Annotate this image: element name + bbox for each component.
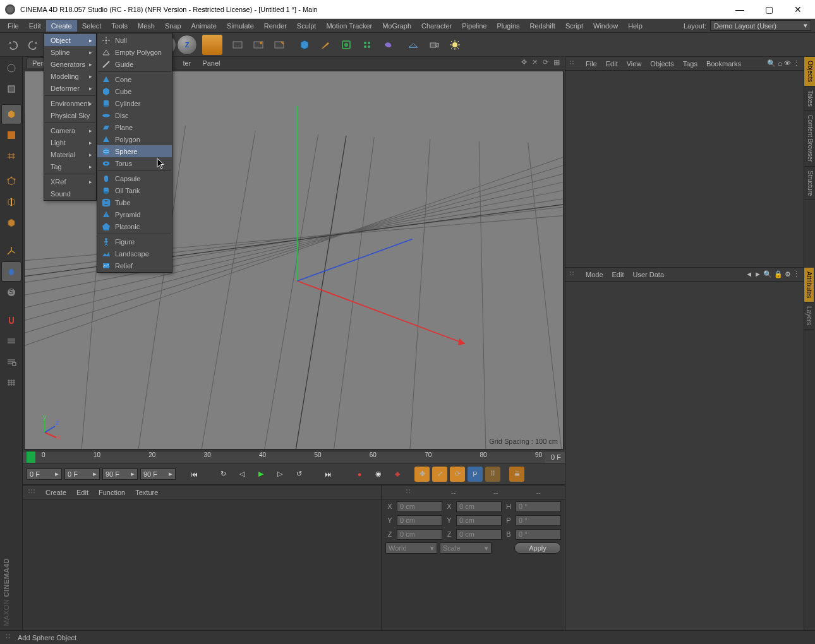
viewport-menu-panel[interactable]: Panel bbox=[197, 59, 225, 67]
render-image-button[interactable] bbox=[227, 35, 248, 55]
frame-start-field[interactable]: 0 F▸ bbox=[27, 468, 62, 480]
autokey-button[interactable]: ◉ bbox=[370, 466, 387, 482]
generator-button[interactable] bbox=[336, 35, 356, 55]
obj-menu-edit[interactable]: Edit bbox=[606, 60, 618, 68]
go-end-button[interactable]: ⏭ bbox=[320, 466, 336, 482]
filter-icon[interactable]: ⋮ bbox=[793, 59, 800, 68]
object-mode-button[interactable] bbox=[1, 104, 21, 124]
menu-help[interactable]: Help bbox=[623, 20, 648, 32]
object-menu-figure[interactable]: Figure bbox=[97, 236, 172, 247]
maximize-button[interactable]: ▢ bbox=[754, 0, 783, 19]
object-menu-polygon[interactable]: Polygon bbox=[97, 133, 172, 145]
nav-back-icon[interactable]: ◄ bbox=[746, 270, 752, 278]
menu-create[interactable]: Create bbox=[46, 20, 77, 32]
mat-menu-edit[interactable]: Edit bbox=[76, 489, 88, 496]
fcurve-button[interactable]: ≣ bbox=[509, 467, 524, 482]
floor-button[interactable] bbox=[403, 35, 423, 55]
workplane-button[interactable] bbox=[1, 146, 21, 166]
mat-menu-create[interactable]: Create bbox=[45, 489, 66, 496]
object-menu-cylinder[interactable]: Cylinder bbox=[97, 97, 172, 109]
create-menu-tag[interactable]: Tag▸ bbox=[44, 160, 96, 172]
planar-snap-button[interactable] bbox=[1, 373, 21, 393]
object-menu-plane[interactable]: Plane bbox=[97, 121, 172, 133]
frame-from-field[interactable]: 0 F▸ bbox=[64, 468, 100, 480]
coord-z-size[interactable]: 0 cm bbox=[456, 529, 502, 540]
rotate-view-icon[interactable]: ⟳ bbox=[541, 58, 550, 68]
obj-menu-bookmarks[interactable]: Bookmarks bbox=[706, 60, 741, 68]
redo-button[interactable] bbox=[23, 35, 44, 55]
create-menu-material[interactable]: Material▸ bbox=[44, 148, 96, 160]
create-menu-generators[interactable]: Generators▸ bbox=[44, 58, 96, 70]
create-menu-light[interactable]: Light▸ bbox=[44, 136, 96, 148]
object-menu-cube[interactable]: Cube bbox=[97, 85, 172, 97]
object-menu-sphere[interactable]: Sphere bbox=[97, 145, 172, 157]
spline-pen-button[interactable] bbox=[315, 35, 335, 55]
loop-button[interactable]: ↻ bbox=[215, 466, 231, 482]
coord-h-rot[interactable]: 0 ° bbox=[516, 501, 561, 512]
step-back-button[interactable]: ◁ bbox=[234, 466, 250, 482]
obj-menu-file[interactable]: File bbox=[586, 60, 597, 68]
edge-mode-button[interactable] bbox=[1, 192, 21, 212]
menu-character[interactable]: Character bbox=[416, 20, 457, 32]
create-menu-spline[interactable]: Spline▸ bbox=[44, 46, 96, 58]
timeline[interactable]: 0102030405060708090 0 F bbox=[23, 451, 565, 463]
texture-mode-button[interactable] bbox=[1, 125, 21, 145]
sidetab-objects[interactable]: Objects bbox=[804, 57, 815, 86]
gear-icon[interactable]: ⚙ bbox=[785, 270, 791, 278]
layout-combo[interactable]: Demo Layout (User)▾ bbox=[710, 20, 811, 31]
coord-z-pos[interactable]: 0 cm bbox=[397, 529, 442, 540]
obj-menu-view[interactable]: View bbox=[627, 60, 642, 68]
sidetab-attributes[interactable]: Attributes bbox=[804, 268, 814, 302]
object-menu-torus[interactable]: Torus bbox=[97, 157, 172, 169]
object-menu-oil-tank[interactable]: Oil Tank bbox=[97, 184, 172, 196]
model-mode-button[interactable] bbox=[1, 79, 21, 99]
object-menu-empty-polygon[interactable]: Empty Polygon bbox=[97, 46, 172, 58]
object-menu-capsule[interactable]: Capsule bbox=[97, 172, 172, 184]
mat-menu-function[interactable]: Function bbox=[99, 489, 125, 496]
menu-sculpt[interactable]: Sculpt bbox=[292, 20, 322, 32]
menu-script[interactable]: Script bbox=[560, 20, 588, 32]
create-menu-modeling[interactable]: Modeling▸ bbox=[44, 70, 96, 82]
menu-edit[interactable]: Edit bbox=[24, 20, 46, 32]
frame-to-field[interactable]: 90 F▸ bbox=[102, 468, 138, 480]
attr-menu-userdata[interactable]: User Data bbox=[633, 271, 665, 278]
create-menu[interactable]: Object▸Spline▸Generators▸Modeling▸Deform… bbox=[44, 33, 97, 201]
coord-b-rot[interactable]: 0 ° bbox=[516, 529, 561, 540]
move-view-icon[interactable]: ✥ bbox=[519, 58, 529, 68]
sidetab-content[interactable]: Content Browser bbox=[804, 111, 815, 166]
object-menu-disc[interactable]: Disc bbox=[97, 109, 172, 121]
menu-redshift[interactable]: Redshift bbox=[525, 20, 560, 32]
object-menu-pyramid[interactable]: Pyramid bbox=[97, 208, 172, 220]
menu-render[interactable]: Render bbox=[259, 20, 292, 32]
menu-plugins[interactable]: Plugins bbox=[492, 20, 524, 32]
point-mode-button[interactable] bbox=[1, 171, 21, 191]
render-region-button[interactable] bbox=[248, 35, 269, 55]
menu-pipeline[interactable]: Pipeline bbox=[457, 20, 492, 32]
timeline-playhead[interactable] bbox=[27, 451, 35, 463]
key-pla-button[interactable]: ⠿ bbox=[485, 467, 500, 482]
create-menu-physical-sky[interactable]: Physical Sky bbox=[44, 109, 96, 121]
menu-select[interactable]: Select bbox=[77, 20, 107, 32]
step-fwd-button[interactable]: ▷ bbox=[272, 466, 288, 482]
timeline-track[interactable]: 0102030405060708090 bbox=[27, 451, 545, 463]
coord-y-pos[interactable]: 0 cm bbox=[397, 515, 442, 526]
lock-icon[interactable]: 🔒 bbox=[774, 270, 783, 278]
coord-x-size[interactable]: 0 cm bbox=[456, 501, 502, 512]
mat-menu-texture[interactable]: Texture bbox=[135, 489, 158, 496]
mograph-button[interactable] bbox=[357, 35, 377, 55]
snap-button[interactable] bbox=[1, 310, 21, 330]
attr-menu-mode[interactable]: Mode bbox=[586, 271, 603, 278]
create-menu-camera[interactable]: Camera▸ bbox=[44, 124, 96, 136]
create-menu-sound[interactable]: Sound bbox=[44, 188, 96, 200]
workplane-snap-button[interactable] bbox=[1, 331, 21, 351]
deformer-button[interactable] bbox=[378, 35, 398, 55]
object-menu-guide[interactable]: Guide bbox=[97, 58, 172, 70]
go-live-button[interactable]: ↺ bbox=[291, 466, 307, 482]
menu-mograph[interactable]: MoGraph bbox=[377, 20, 416, 32]
object-menu-landscape[interactable]: Landscape bbox=[97, 247, 172, 259]
create-menu-environment[interactable]: Environment▸ bbox=[44, 97, 96, 109]
object-menu-platonic[interactable]: Platonic bbox=[97, 220, 172, 232]
menu-animate[interactable]: Animate bbox=[186, 20, 222, 32]
object-menu-tube[interactable]: Tube bbox=[97, 196, 172, 208]
coord-p-rot[interactable]: 0 ° bbox=[516, 515, 561, 526]
